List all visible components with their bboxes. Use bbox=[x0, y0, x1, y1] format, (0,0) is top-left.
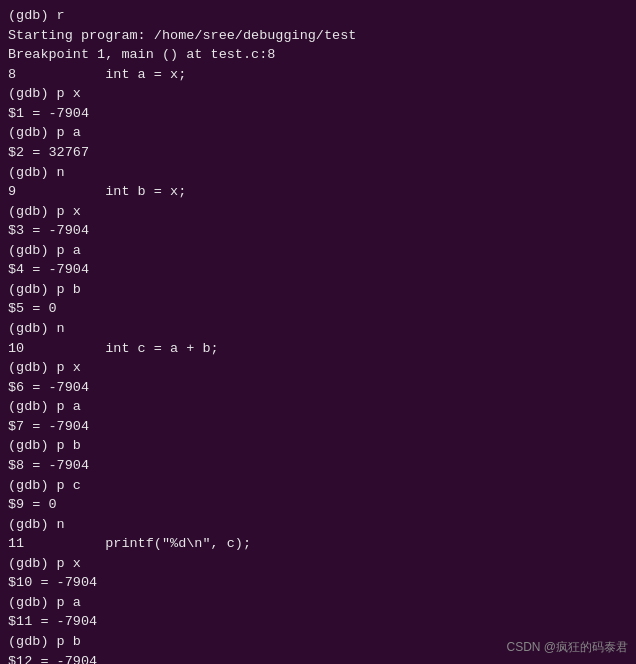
terminal-content: (gdb) rStarting program: /home/sree/debu… bbox=[8, 6, 628, 664]
terminal-line: (gdb) p x bbox=[8, 202, 628, 222]
terminal-line: $2 = 32767 bbox=[8, 143, 628, 163]
terminal-line: $5 = 0 bbox=[8, 299, 628, 319]
terminal-line: (gdb) n bbox=[8, 515, 628, 535]
terminal-line: $10 = -7904 bbox=[8, 573, 628, 593]
terminal-line: Breakpoint 1, main () at test.c:8 bbox=[8, 45, 628, 65]
terminal-line: 11 printf("%d\n", c); bbox=[8, 534, 628, 554]
terminal-line: (gdb) p a bbox=[8, 397, 628, 417]
watermark: CSDN @疯狂的码泰君 bbox=[506, 639, 628, 656]
terminal-line: (gdb) p a bbox=[8, 123, 628, 143]
terminal-line: (gdb) p a bbox=[8, 593, 628, 613]
terminal-line: (gdb) p a bbox=[8, 241, 628, 261]
terminal-line: (gdb) n bbox=[8, 319, 628, 339]
terminal-line: (gdb) n bbox=[8, 163, 628, 183]
terminal-line: 8 int a = x; bbox=[8, 65, 628, 85]
terminal-line: $6 = -7904 bbox=[8, 378, 628, 398]
terminal-line: 10 int c = a + b; bbox=[8, 339, 628, 359]
terminal-line: $9 = 0 bbox=[8, 495, 628, 515]
terminal-line: $8 = -7904 bbox=[8, 456, 628, 476]
terminal-line: $4 = -7904 bbox=[8, 260, 628, 280]
terminal-line: (gdb) p c bbox=[8, 476, 628, 496]
terminal-line: (gdb) p x bbox=[8, 84, 628, 104]
terminal-line: (gdb) p b bbox=[8, 436, 628, 456]
terminal-line: $3 = -7904 bbox=[8, 221, 628, 241]
terminal-line: $1 = -7904 bbox=[8, 104, 628, 124]
terminal-line: 9 int b = x; bbox=[8, 182, 628, 202]
terminal: (gdb) rStarting program: /home/sree/debu… bbox=[0, 0, 636, 664]
terminal-line: $7 = -7904 bbox=[8, 417, 628, 437]
terminal-line: (gdb) p x bbox=[8, 554, 628, 574]
terminal-line: (gdb) p x bbox=[8, 358, 628, 378]
terminal-line: $11 = -7904 bbox=[8, 612, 628, 632]
terminal-line: (gdb) r bbox=[8, 6, 628, 26]
terminal-line: Starting program: /home/sree/debugging/t… bbox=[8, 26, 628, 46]
terminal-line: (gdb) p b bbox=[8, 280, 628, 300]
